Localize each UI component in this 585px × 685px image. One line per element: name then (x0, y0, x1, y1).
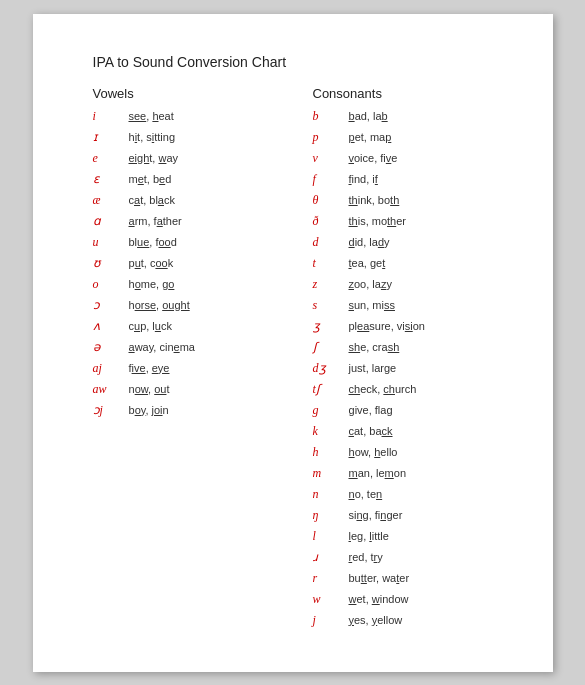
examples: voice, five (349, 150, 398, 167)
list-item: ssun, miss (313, 296, 503, 314)
columns-container: Vowels isee, heat ɪhit, sitting eeight, … (93, 86, 503, 632)
list-item: ublue, food (93, 233, 313, 251)
list-item: ʊput, cook (93, 254, 313, 272)
ipa-symbol: g (313, 401, 349, 419)
examples: did, lady (349, 234, 390, 251)
ipa-symbol: z (313, 275, 349, 293)
ipa-symbol: æ (93, 191, 129, 209)
examples: horse, ought (129, 297, 190, 314)
examples: wet, window (349, 591, 409, 608)
examples: blue, food (129, 234, 177, 251)
examples: cat, back (349, 423, 393, 440)
list-item: dʒjust, large (313, 359, 503, 377)
ipa-symbol: d (313, 233, 349, 251)
list-item: ɔjboy, join (93, 401, 313, 419)
examples: red, try (349, 549, 383, 566)
list-item: awnow, out (93, 380, 313, 398)
list-item: ŋsing, finger (313, 506, 503, 524)
list-item: wwet, window (313, 590, 503, 608)
list-item: eeight, way (93, 149, 313, 167)
examples: just, large (349, 360, 397, 377)
examples: man, lemon (349, 465, 407, 482)
examples: now, out (129, 381, 170, 398)
ipa-symbol: t (313, 254, 349, 272)
ipa-symbol: ə (93, 338, 129, 356)
examples: no, ten (349, 486, 383, 503)
list-item: tʃcheck, church (313, 380, 503, 398)
list-item: isee, heat (93, 107, 313, 125)
ipa-symbol: ʃ (313, 338, 349, 356)
list-item: ɹred, try (313, 548, 503, 566)
ipa-symbol: v (313, 149, 349, 167)
examples: put, cook (129, 255, 174, 272)
examples: butter, water (349, 570, 410, 587)
examples: cup, luck (129, 318, 172, 335)
list-item: ppet, map (313, 128, 503, 146)
list-item: kcat, back (313, 422, 503, 440)
consonants-column: Consonants bbad, lab ppet, map vvoice, f… (313, 86, 503, 632)
list-item: ʌcup, luck (93, 317, 313, 335)
list-item: ʃshe, crash (313, 338, 503, 356)
ipa-symbol: w (313, 590, 349, 608)
ipa-symbol: ɛ (93, 170, 129, 188)
examples: sun, miss (349, 297, 395, 314)
list-item: ʒpleasure, vision (313, 317, 503, 335)
ipa-symbol: ɪ (93, 128, 129, 146)
examples: five, eye (129, 360, 170, 377)
examples: find, if (349, 171, 378, 188)
ipa-symbol: ʊ (93, 254, 129, 272)
ipa-symbol: ɔj (93, 401, 129, 419)
ipa-symbol: ʒ (313, 317, 349, 335)
list-item: jyes, yellow (313, 611, 503, 629)
list-item: nno, ten (313, 485, 503, 503)
ipa-symbol: r (313, 569, 349, 587)
ipa-symbol: tʃ (313, 380, 349, 398)
ipa-symbol: j (313, 611, 349, 629)
examples: leg, little (349, 528, 389, 545)
ipa-symbol: aw (93, 380, 129, 398)
list-item: θthink, both (313, 191, 503, 209)
ipa-symbol: ɑ (93, 212, 129, 230)
vowels-title: Vowels (93, 86, 313, 101)
list-item: mman, lemon (313, 464, 503, 482)
examples: bad, lab (349, 108, 388, 125)
list-item: ohome, go (93, 275, 313, 293)
list-item: ddid, lady (313, 233, 503, 251)
examples: pet, map (349, 129, 392, 146)
ipa-symbol: n (313, 485, 349, 503)
examples: pleasure, vision (349, 318, 425, 335)
ipa-symbol: e (93, 149, 129, 167)
vowels-column: Vowels isee, heat ɪhit, sitting eeight, … (93, 86, 313, 632)
list-item: ðthis, mother (313, 212, 503, 230)
examples: sing, finger (349, 507, 403, 524)
list-item: ɛmet, bed (93, 170, 313, 188)
ipa-symbol: k (313, 422, 349, 440)
ipa-symbol: h (313, 443, 349, 461)
list-item: zzoo, lazy (313, 275, 503, 293)
ipa-symbol: p (313, 128, 349, 146)
ipa-symbol: ɔ (93, 296, 129, 314)
page: IPA to Sound Conversion Chart Vowels ise… (33, 14, 553, 672)
list-item: ggive, flag (313, 401, 503, 419)
examples: zoo, lazy (349, 276, 392, 293)
list-item: rbutter, water (313, 569, 503, 587)
list-item: bbad, lab (313, 107, 503, 125)
list-item: vvoice, five (313, 149, 503, 167)
list-item: ajfive, eye (93, 359, 313, 377)
examples: give, flag (349, 402, 393, 419)
examples: eight, way (129, 150, 179, 167)
list-item: əaway, cinema (93, 338, 313, 356)
list-item: ttea, get (313, 254, 503, 272)
examples: think, both (349, 192, 400, 209)
ipa-symbol: ŋ (313, 506, 349, 524)
list-item: ɑarm, father (93, 212, 313, 230)
list-item: ɪhit, sitting (93, 128, 313, 146)
ipa-symbol: ʌ (93, 317, 129, 335)
examples: how, hello (349, 444, 398, 461)
ipa-symbol: b (313, 107, 349, 125)
examples: away, cinema (129, 339, 195, 356)
ipa-symbol: f (313, 170, 349, 188)
ipa-symbol: m (313, 464, 349, 482)
ipa-symbol: u (93, 233, 129, 251)
list-item: æcat, black (93, 191, 313, 209)
